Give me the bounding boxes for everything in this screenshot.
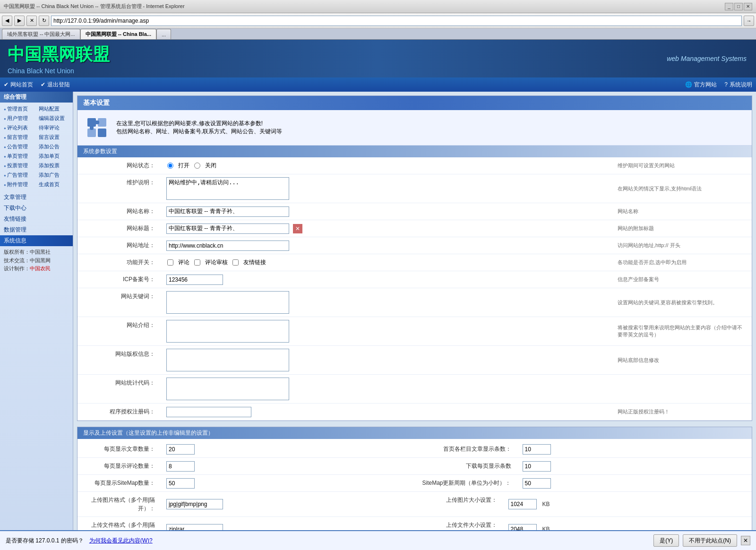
input-home-articles[interactable] — [523, 444, 551, 455]
password-prompt-close-btn[interactable]: ✕ — [741, 536, 750, 545]
form-row-analytics: 网站统计代码： — [77, 375, 752, 404]
input-icp[interactable] — [166, 275, 223, 285]
go-btn[interactable]: → — [744, 16, 754, 26]
sidebar-info: 版权所有：中国黑社 技术交流：中国黑网 设计制作：中国农民 — [0, 246, 73, 275]
input-download-per-page[interactable] — [523, 461, 551, 472]
hint-copyright: 网站底部信息修改 — [610, 346, 752, 374]
nav-help[interactable]: ? 系统说明 — [724, 81, 752, 89]
sidebar-link-notices[interactable]: 公告管理 — [2, 142, 36, 151]
password-yes-btn[interactable]: 是(Y) — [653, 534, 679, 547]
sidebar-link-users[interactable]: 用户管理 — [2, 114, 36, 123]
stop-btn[interactable]: ✕ — [26, 16, 37, 26]
svg-rect-5 — [90, 125, 94, 130]
help-icon: ? — [724, 81, 728, 88]
maximize-btn[interactable]: □ — [734, 3, 743, 10]
site-subtitle: China Black Net Union — [8, 67, 110, 75]
label-description: 网站介绍： — [77, 317, 163, 345]
form-row-maintenance: 维护说明： 网站维护中,请稍后访问... 在网站关闭情况下显示,支持html语法 — [77, 174, 752, 203]
control-download-per-page — [519, 458, 752, 474]
control-articles-per-page — [163, 441, 396, 457]
nav-home[interactable]: ✔ 网站首页 — [4, 81, 33, 89]
globe-icon: 🌐 — [685, 81, 692, 88]
sidebar-link-add-notice[interactable]: 添加公告 — [37, 142, 71, 151]
page-header: 中国黑网联盟 China Black Net Union web Managem… — [0, 40, 756, 77]
textarea-keywords[interactable] — [166, 291, 289, 314]
sidebar-link-comments[interactable]: 评论列表 — [2, 123, 36, 132]
input-image-formats[interactable] — [166, 499, 223, 509]
control-sitemap-interval — [519, 475, 752, 491]
nav-logout[interactable]: ✔ 退出登陆 — [41, 81, 70, 89]
form-row-sitename: 网站名称： 网站名称 — [77, 203, 752, 220]
refresh-btn[interactable]: ↻ — [39, 16, 49, 26]
check-comments[interactable] — [167, 259, 173, 266]
display-row-3: 每页显示SiteMap数量： SiteMap更新周期（单位为小时）： — [77, 475, 752, 492]
label-comments-per-page: 每页显示评论数量： — [77, 458, 163, 474]
address-bar[interactable] — [51, 16, 742, 26]
sidebar-link-site-config[interactable]: 网站配置 — [37, 104, 71, 113]
label-status: 网站状态： — [77, 157, 163, 174]
back-btn[interactable]: ◀ — [2, 16, 12, 26]
forward-btn[interactable]: ▶ — [14, 16, 25, 26]
password-no-btn[interactable]: 不用于此站点(N) — [683, 534, 737, 547]
input-license[interactable] — [166, 407, 251, 417]
nav-official-site[interactable]: 🌐 官方网站 — [685, 81, 717, 89]
sidebar-link-add-page[interactable]: 添加单页 — [37, 152, 71, 161]
textarea-copyright[interactable] — [166, 349, 289, 371]
input-image-size[interactable] — [508, 499, 537, 509]
hint-keywords: 设置网站的关键词,更容易被搜索引擎找到。 — [610, 288, 752, 317]
sidebar-link-editor[interactable]: 编辑器设置 — [37, 114, 71, 123]
radio-open[interactable] — [167, 163, 173, 169]
input-sitename[interactable] — [166, 206, 289, 217]
control-comments-per-page — [163, 458, 396, 474]
control-description — [163, 317, 610, 345]
sidebar-link-messages[interactable]: 留言管理 — [2, 133, 36, 142]
control-sitemap-per-page — [163, 475, 396, 491]
minimize-btn[interactable]: _ — [725, 3, 733, 10]
textarea-analytics[interactable] — [166, 378, 289, 400]
input-siteurl[interactable] — [166, 241, 289, 251]
sidebar-link-msg-settings[interactable]: 留言设置 — [37, 133, 71, 142]
check-comments-review[interactable] — [194, 259, 200, 266]
sidebar-link-votes[interactable]: 投票管理 — [2, 161, 36, 170]
input-comments-per-page[interactable] — [166, 461, 195, 472]
control-siteurl — [163, 237, 610, 254]
hint-status: 维护期间可设置关闭网站 — [610, 157, 752, 174]
sidebar-link-pending[interactable]: 待审评论 — [37, 123, 71, 132]
sidebar-section-title-general: 综合管理 — [0, 92, 73, 103]
display-row-4: 上传图片格式（多个用|隔开）： 上传图片大小设置： KB — [77, 492, 752, 517]
input-sitemap-interval[interactable] — [523, 478, 551, 489]
close-btn[interactable]: ✕ — [744, 3, 752, 10]
textarea-maintenance[interactable]: 网站维护中,请稍后访问... — [166, 177, 289, 200]
hint-siteurl: 访问网站的地址,http:// 开头 — [610, 237, 752, 254]
sidebar-link-gen-home[interactable]: 生成首页 — [37, 180, 71, 189]
sidebar-item-articles[interactable]: 文章管理 — [0, 192, 73, 203]
sidebar-link-pages[interactable]: 单页管理 — [2, 152, 36, 161]
control-home-articles — [519, 441, 752, 457]
radio-close[interactable] — [194, 163, 200, 169]
tab-2[interactable]: 中国黑网联盟 -- China Bla... — [80, 29, 156, 39]
display-settings-title: 显示及上传设置（这里设置的上传非编辑里的设置） — [77, 427, 752, 439]
tab-3[interactable]: ... — [156, 29, 171, 39]
sidebar-item-sysinfo[interactable]: 系统信息 — [0, 235, 73, 246]
textarea-description[interactable] — [166, 320, 289, 343]
sidebar-link-ads[interactable]: 广告管理 — [2, 171, 36, 180]
label-license: 程序授权注册码： — [77, 404, 163, 420]
input-sitetitle[interactable] — [166, 223, 289, 234]
sidebar-link-home[interactable]: 管理首页 — [2, 104, 36, 113]
sidebar-link-attachments[interactable]: 附件管理 — [2, 180, 36, 189]
clear-title-btn[interactable]: ✕ — [293, 224, 302, 233]
sidebar-link-add-ad[interactable]: 添加广告 — [37, 171, 71, 180]
password-prompt-link[interactable]: 为何我会看见此内容(W)? — [89, 537, 153, 545]
sidebar-item-links[interactable]: 友情链接 — [0, 214, 73, 224]
hint-license: 网站正版授权注册码！ — [610, 404, 752, 420]
label-download-per-page: 下载每页显示条数 — [396, 458, 519, 474]
input-articles-per-page[interactable] — [166, 444, 195, 455]
main-layout: 综合管理 管理首页 网站配置 用户管理 编辑器设置 评论列表 待审评论 留言管理… — [0, 92, 756, 550]
input-sitemap-per-page[interactable] — [166, 478, 195, 489]
tab-1[interactable]: 域外黑客联盟 -- 中国最大网... — [2, 29, 80, 39]
check-links[interactable] — [232, 259, 239, 266]
sidebar-link-add-vote[interactable]: 添加投票 — [37, 161, 71, 170]
sidebar-item-data[interactable]: 数据管理 — [0, 224, 73, 235]
sidebar-item-downloads[interactable]: 下载中心 — [0, 203, 73, 214]
system-params-title: 系统参数设置 — [77, 146, 752, 157]
